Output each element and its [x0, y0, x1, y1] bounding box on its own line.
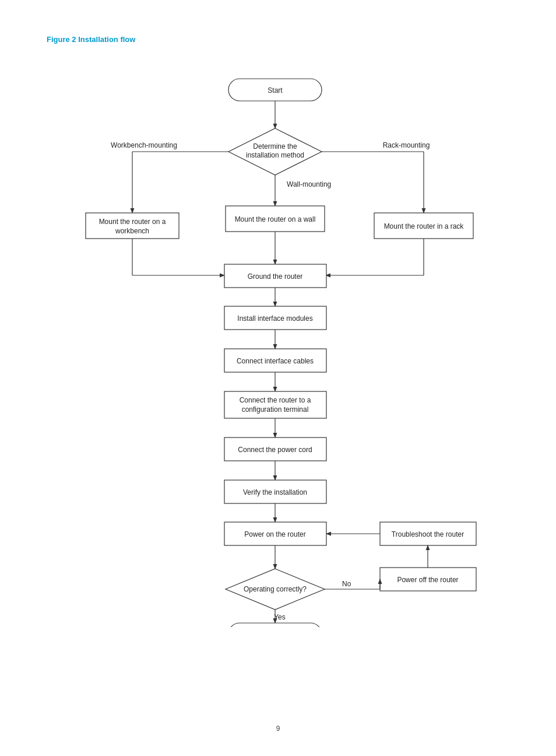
figure-title: Figure 2 Installation flow — [47, 35, 509, 44]
determine-label-2: installation method — [246, 151, 304, 159]
start-label: Start — [268, 86, 283, 94]
install-modules-label: Install interface modules — [237, 314, 312, 323]
rack-mounting-label: Rack-mounting — [383, 141, 430, 149]
end-node — [228, 623, 322, 627]
no-label: No — [342, 580, 351, 588]
connect-terminal-label-2: configuration terminal — [242, 405, 309, 414]
flowchart-svg: Start Determine the installation method … — [57, 61, 499, 627]
determine-label-1: Determine the — [253, 142, 297, 150]
wall-mounting-label: Wall-mounting — [287, 180, 331, 188]
workbench-mounting-label: Workbench-mounting — [111, 141, 177, 149]
troubleshoot-label: Troubleshoot the router — [392, 530, 464, 538]
page-content: Figure 2 Installation flow Start — [0, 0, 556, 662]
connect-cables-label: Connect interface cables — [237, 357, 314, 365]
power-on-label: Power on the router — [244, 530, 305, 538]
mount-workbench-label-2: workbench — [115, 227, 149, 235]
ground-label: Ground the router — [248, 272, 303, 281]
operating-label: Operating correctly? — [244, 585, 307, 593]
mount-rack-label: Mount the router in a rack — [384, 222, 464, 230]
connect-terminal-label-1: Connect the router to a — [240, 396, 311, 404]
page-number: 9 — [276, 724, 280, 733]
mount-wall-label: Mount the router on a wall — [235, 215, 316, 223]
connect-power-label: Connect the power cord — [238, 446, 312, 454]
power-off-label: Power off the router — [397, 576, 458, 584]
mount-workbench-label-1: Mount the router on a — [99, 218, 166, 226]
yes-label: Yes — [274, 613, 286, 621]
flowchart-container: Start Determine the installation method … — [57, 61, 499, 627]
connect-terminal-node — [224, 391, 326, 418]
verify-label: Verify the installation — [243, 488, 307, 496]
